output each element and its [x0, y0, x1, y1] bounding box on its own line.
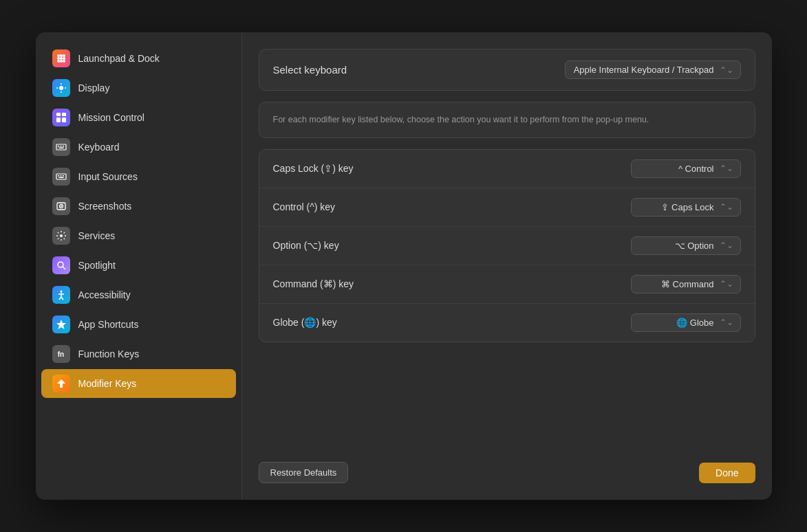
sidebar-item-mission[interactable]: Mission Control — [41, 103, 236, 132]
sidebar-item-spotlight[interactable]: Spotlight — [41, 251, 236, 280]
modifier-chevron-3: ⌃⌄ — [720, 279, 733, 289]
svg-rect-23 — [56, 174, 66, 179]
sidebar: Launchpad & DockDisplayMission ControlKe… — [36, 32, 242, 500]
select-keyboard-row: Select keyboard Apple Internal Keyboard … — [259, 49, 755, 91]
mission-icon — [52, 109, 70, 126]
sidebar-item-label-keyboard: Keyboard — [78, 142, 120, 153]
sidebar-item-modifier[interactable]: Modifier Keys — [41, 369, 236, 398]
sidebar-item-appshortcuts[interactable]: App Shortcuts — [41, 310, 236, 339]
modifier-value-select-3[interactable]: ⌘ Command⌃⌄ — [631, 275, 741, 293]
modifier-row-3: Command (⌘) key⌘ Command⌃⌄ — [259, 265, 755, 304]
svg-point-3 — [57, 57, 60, 60]
modifier-value-text-4: 🌐 Globe — [676, 318, 713, 328]
keyboard-select-chevron: ⌃⌄ — [720, 65, 733, 75]
restore-defaults-button[interactable]: Restore Defaults — [259, 462, 349, 483]
modifier-row-4: Globe (🌐) key🌐 Globe⌃⌄ — [259, 304, 755, 342]
select-keyboard-label: Select keyboard — [273, 64, 554, 76]
modifier-chevron-2: ⌃⌄ — [720, 241, 733, 250]
sidebar-item-screenshots[interactable]: Screenshots — [41, 192, 236, 221]
sidebar-item-services[interactable]: Services — [41, 221, 236, 250]
svg-point-9 — [59, 86, 63, 90]
svg-rect-15 — [62, 113, 66, 116]
modifier-key-label-2: Option (⌥) key — [273, 240, 631, 251]
svg-point-5 — [63, 57, 65, 60]
svg-point-2 — [63, 54, 65, 57]
modifier-value-text-0: ^ Control — [678, 164, 714, 174]
done-button[interactable]: Done — [699, 463, 755, 483]
modifier-row-1: Control (^) key⇪ Caps Lock⌃⌄ — [259, 188, 755, 227]
sidebar-item-label-services: Services — [78, 230, 116, 241]
sidebar-item-label-accessibility: Accessibility — [78, 289, 131, 300]
modifier-value-text-2: ⌥ Option — [675, 241, 714, 251]
sidebar-item-label-screenshots: Screenshots — [78, 201, 132, 212]
sidebar-item-accessibility[interactable]: Accessibility — [41, 280, 236, 309]
svg-rect-17 — [62, 118, 66, 122]
svg-line-33 — [63, 267, 65, 269]
settings-window: Launchpad & DockDisplayMission ControlKe… — [36, 32, 772, 500]
sidebar-item-label-spotlight: Spotlight — [78, 260, 116, 271]
modifier-row-2: Option (⌥) key⌥ Option⌃⌄ — [259, 227, 755, 265]
svg-rect-14 — [56, 113, 61, 116]
svg-point-6 — [57, 60, 60, 63]
svg-point-34 — [60, 291, 62, 293]
svg-point-30 — [61, 206, 62, 207]
keyboard-select-value: Apple Internal Keyboard / Trackpad — [574, 65, 714, 75]
svg-rect-27 — [58, 177, 63, 179]
input-icon — [52, 168, 70, 186]
modifier-chevron-4: ⌃⌄ — [720, 318, 733, 327]
modifier-value-select-4[interactable]: 🌐 Globe⌃⌄ — [631, 313, 741, 332]
modifier-row-0: Caps Lock (⇪) key^ Control⌃⌄ — [259, 150, 755, 188]
spotlight-icon — [52, 256, 70, 274]
modifier-key-label-1: Control (^) key — [273, 201, 631, 212]
modifier-chevron-1: ⌃⌄ — [720, 202, 733, 212]
svg-rect-24 — [58, 175, 59, 177]
modifier-value-select-0[interactable]: ^ Control⌃⌄ — [631, 159, 741, 178]
screenshots-icon — [52, 197, 70, 215]
description-text: For each modifier key listed below, choo… — [273, 113, 741, 126]
svg-line-38 — [61, 297, 63, 300]
svg-point-4 — [60, 57, 63, 60]
svg-rect-26 — [63, 175, 64, 177]
display-icon — [52, 79, 70, 97]
modifier-chevron-0: ⌃⌄ — [720, 164, 733, 173]
svg-point-31 — [60, 234, 63, 237]
modifier-key-label-0: Caps Lock (⇪) key — [273, 163, 631, 174]
appshortcuts-icon — [52, 315, 70, 333]
sidebar-item-label-display: Display — [78, 82, 110, 93]
sidebar-item-launchpad[interactable]: Launchpad & Dock — [41, 44, 236, 73]
sidebar-item-label-input: Input Sources — [78, 171, 138, 182]
modifier-value-text-1: ⇪ Caps Lock — [661, 202, 713, 212]
sidebar-item-display[interactable]: Display — [41, 74, 236, 102]
footer: Restore Defaults Done — [259, 462, 755, 483]
svg-point-1 — [60, 54, 63, 57]
accessibility-icon — [52, 286, 70, 304]
modifier-value-select-2[interactable]: ⌥ Option⌃⌄ — [631, 236, 741, 255]
svg-rect-25 — [60, 175, 61, 177]
svg-point-7 — [60, 60, 63, 63]
description-box: For each modifier key listed below, choo… — [259, 102, 755, 138]
sidebar-item-fnkeys[interactable]: fnFunction Keys — [41, 340, 236, 368]
svg-rect-18 — [56, 144, 66, 150]
sidebar-item-label-fnkeys: Function Keys — [78, 348, 140, 359]
modifier-icon — [52, 375, 70, 392]
modifier-value-text-3: ⌘ Command — [661, 279, 714, 289]
modifier-rows: Caps Lock (⇪) key^ Control⌃⌄Control (^) … — [259, 149, 755, 342]
modifier-value-select-1[interactable]: ⇪ Caps Lock⌃⌄ — [631, 198, 741, 217]
sidebar-item-label-appshortcuts: App Shortcuts — [78, 319, 139, 330]
svg-rect-22 — [58, 148, 63, 149]
svg-rect-19 — [58, 146, 59, 147]
launchpad-icon — [52, 49, 70, 67]
sidebar-item-keyboard[interactable]: Keyboard — [41, 133, 236, 162]
svg-rect-20 — [60, 146, 61, 147]
services-icon — [52, 227, 70, 245]
sidebar-item-input[interactable]: Input Sources — [41, 162, 236, 191]
svg-point-8 — [63, 60, 65, 63]
main-content: Select keyboard Apple Internal Keyboard … — [242, 32, 772, 500]
svg-rect-21 — [63, 146, 64, 147]
keyboard-icon — [52, 138, 70, 156]
sidebar-item-label-modifier: Modifier Keys — [78, 378, 137, 389]
modifier-key-label-4: Globe (🌐) key — [273, 317, 631, 328]
fnkeys-icon: fn — [52, 345, 70, 363]
sidebar-item-label-launchpad: Launchpad & Dock — [78, 53, 160, 64]
keyboard-select[interactable]: Apple Internal Keyboard / Trackpad ⌃⌄ — [565, 60, 741, 79]
